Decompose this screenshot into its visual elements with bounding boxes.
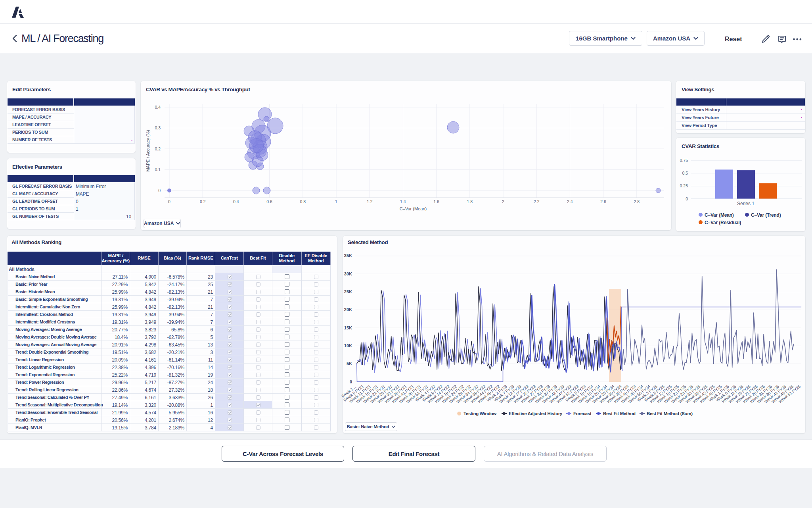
svg-text:15K: 15K (344, 325, 352, 330)
svg-text:0.4: 0.4 (155, 105, 161, 110)
svg-text:5K: 5K (347, 361, 352, 366)
svg-text:0.1: 0.1 (155, 167, 161, 172)
svg-text:1: 1 (335, 199, 337, 204)
svg-text:C–Var (Mean): C–Var (Mean) (400, 206, 427, 211)
svg-text:2: 2 (502, 199, 504, 204)
svg-text:0: 0 (158, 188, 161, 193)
svg-text:2.8: 2.8 (634, 199, 640, 204)
svg-text:Series 1: Series 1 (737, 201, 755, 206)
svg-text:0: 0 (168, 199, 170, 204)
svg-text:1.2: 1.2 (367, 199, 373, 204)
svg-text:Testing Window: Testing Window (463, 411, 496, 416)
svg-text:C–Var (Residual): C–Var (Residual) (705, 220, 741, 225)
svg-text:2.4: 2.4 (567, 199, 573, 204)
svg-text:0.2: 0.2 (200, 199, 206, 204)
svg-text:Best Fit Method: Best Fit Method (603, 411, 636, 416)
svg-text:C–Var (Trend): C–Var (Trend) (751, 212, 781, 218)
svg-text:0: 0 (350, 379, 352, 384)
svg-text:C–Var (Mean): C–Var (Mean) (705, 212, 734, 218)
svg-text:35K: 35K (344, 253, 352, 258)
svg-text:0.5: 0.5 (682, 171, 688, 175)
svg-text:MAPE / Accuracy (%): MAPE / Accuracy (%) (146, 130, 150, 171)
svg-text:0.8: 0.8 (300, 199, 306, 204)
svg-text:1.6: 1.6 (433, 199, 439, 204)
svg-text:Best Fit Method (Sum): Best Fit Method (Sum) (647, 411, 693, 416)
svg-text:0.6: 0.6 (266, 199, 272, 204)
svg-text:25K: 25K (344, 289, 352, 294)
svg-text:1.4: 1.4 (400, 199, 406, 204)
svg-text:1.8: 1.8 (467, 199, 473, 204)
svg-text:Forecast: Forecast (573, 411, 592, 416)
svg-text:2.6: 2.6 (600, 199, 606, 204)
svg-text:0: 0 (686, 196, 688, 201)
svg-text:10K: 10K (344, 343, 352, 348)
svg-text:0.25: 0.25 (680, 183, 688, 188)
svg-text:Effective Adjusted History: Effective Adjusted History (509, 411, 563, 416)
svg-text:30K: 30K (344, 271, 352, 276)
svg-text:0.2: 0.2 (155, 146, 161, 151)
svg-text:0.4: 0.4 (233, 199, 239, 204)
svg-text:0.3: 0.3 (155, 125, 161, 130)
svg-text:0.75: 0.75 (680, 158, 688, 163)
svg-text:20K: 20K (344, 307, 352, 312)
svg-text:2.2: 2.2 (534, 199, 540, 204)
